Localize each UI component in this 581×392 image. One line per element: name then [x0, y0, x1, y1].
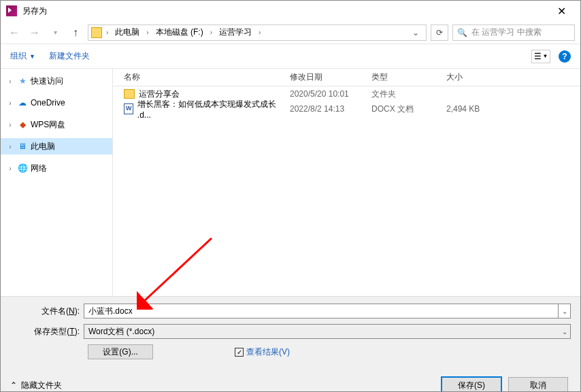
sidebar-item-wps[interactable]: › ◆ WPS网盘	[1, 116, 112, 133]
chevron-right-icon: ›	[257, 29, 262, 36]
filetype-label: 保存类型(T):	[10, 326, 84, 338]
network-icon: 🌐	[17, 163, 28, 174]
sidebar-item-onedrive[interactable]: › ☁ OneDrive	[1, 95, 112, 111]
path-dropdown-icon[interactable]: ⌄	[408, 28, 423, 37]
hide-folders-label: 隐藏文件夹	[21, 380, 62, 391]
sidebar-item-label: 网络	[31, 163, 47, 174]
search-icon: 🔍	[457, 28, 467, 37]
save-button[interactable]: 保存(S)	[442, 377, 501, 392]
chevron-down-icon: ▼	[29, 53, 35, 60]
sidebar-item-label: 快速访问	[31, 76, 63, 87]
chevron-right-icon: ›	[105, 29, 110, 36]
filename-dropdown[interactable]: ⌄	[559, 304, 571, 318]
file-type: DOCX 文档	[371, 103, 446, 115]
cloud-icon: ☁	[17, 97, 28, 108]
star-icon: ★	[17, 76, 28, 86]
back-button[interactable]: ←	[6, 24, 22, 41]
column-header-date[interactable]: 修改日期	[290, 71, 371, 83]
file-type: 文件夹	[371, 88, 446, 100]
app-icon	[6, 5, 17, 16]
up-button[interactable]: ↑	[67, 24, 84, 41]
path-segment[interactable]: 运营学习	[216, 27, 254, 38]
file-row[interactable]: 增长黑客：如何低成本实现爆发式成长 .d... 2022/8/2 14:13 D…	[113, 101, 580, 116]
wps-icon: ◆	[17, 119, 28, 130]
address-bar[interactable]: › 此电脑 › 本地磁盘 (F:) › 运营学习 › ⌄	[88, 24, 427, 41]
cancel-button[interactable]: 取消	[508, 377, 568, 392]
expand-icon[interactable]: ›	[6, 121, 14, 129]
expand-icon[interactable]: ›	[6, 78, 14, 85]
hide-folders-toggle[interactable]: ⌃ 隐藏文件夹	[10, 380, 62, 391]
navigation-sidebar: › ★ 快速访问 › ☁ OneDrive › ◆ WPS网盘 › 🖥 此电脑 …	[1, 69, 113, 296]
recent-dropdown[interactable]: ▾	[47, 24, 63, 41]
filename-input[interactable]	[84, 304, 559, 318]
refresh-button[interactable]: ⟳	[431, 24, 448, 41]
search-input[interactable]: 🔍 在 运营学习 中搜索	[452, 24, 575, 41]
chevron-down-icon: ⌄	[562, 328, 567, 336]
document-icon	[124, 103, 133, 114]
folder-icon	[91, 27, 102, 38]
file-date: 2022/8/2 14:13	[290, 104, 371, 114]
path-segment[interactable]: 此电脑	[112, 27, 142, 38]
folder-icon	[124, 89, 135, 99]
chevron-up-icon: ⌃	[10, 380, 17, 390]
pc-icon: 🖥	[17, 141, 28, 152]
column-header-size[interactable]: 大小	[446, 71, 514, 83]
file-list: 名称 修改日期 类型 大小 运营分享会 2020/5/20 10:01 文件夹 …	[113, 69, 580, 296]
expand-icon[interactable]: ›	[6, 143, 14, 150]
file-name: 增长黑客：如何低成本实现爆发式成长 .d...	[137, 99, 290, 120]
filetype-select[interactable]: Word文档 (*.docx) ⌄	[84, 324, 571, 339]
sidebar-item-network[interactable]: › 🌐 网络	[1, 160, 112, 176]
view-options-button[interactable]: ☰▼	[531, 50, 550, 63]
column-header-name[interactable]: 名称	[113, 71, 290, 83]
close-button[interactable]: ✕	[548, 5, 575, 18]
help-button[interactable]: ?	[559, 50, 571, 63]
sidebar-item-thispc[interactable]: › 🖥 此电脑	[1, 138, 112, 154]
checkbox-icon: ✓	[235, 348, 244, 357]
view-result-checkbox[interactable]: ✓ 查看结果(V)	[235, 346, 290, 358]
path-segment[interactable]: 本地磁盘 (F:)	[153, 27, 206, 38]
sidebar-item-quickaccess[interactable]: › ★ 快速访问	[1, 73, 112, 89]
expand-icon[interactable]: ›	[6, 165, 14, 172]
file-size: 2,494 KB	[446, 104, 514, 114]
filename-label: 文件名(N):	[10, 306, 84, 317]
view-result-label: 查看结果(V)	[246, 346, 290, 358]
column-header-type[interactable]: 类型	[371, 71, 446, 83]
expand-icon[interactable]: ›	[6, 99, 14, 107]
new-folder-button[interactable]: 新建文件夹	[49, 50, 90, 62]
chevron-right-icon: ›	[209, 29, 214, 36]
search-placeholder: 在 运营学习 中搜索	[471, 27, 542, 38]
sidebar-item-label: 此电脑	[31, 141, 55, 152]
organize-menu[interactable]: 组织 ▼	[10, 50, 35, 62]
sidebar-item-label: WPS网盘	[31, 119, 65, 131]
chevron-right-icon: ›	[145, 29, 150, 36]
settings-button[interactable]: 设置(G)...	[88, 344, 153, 359]
window-title: 另存为	[22, 5, 47, 17]
sidebar-item-label: OneDrive	[31, 98, 65, 108]
forward-button[interactable]: →	[27, 24, 43, 41]
file-date: 2020/5/20 10:01	[290, 89, 371, 99]
